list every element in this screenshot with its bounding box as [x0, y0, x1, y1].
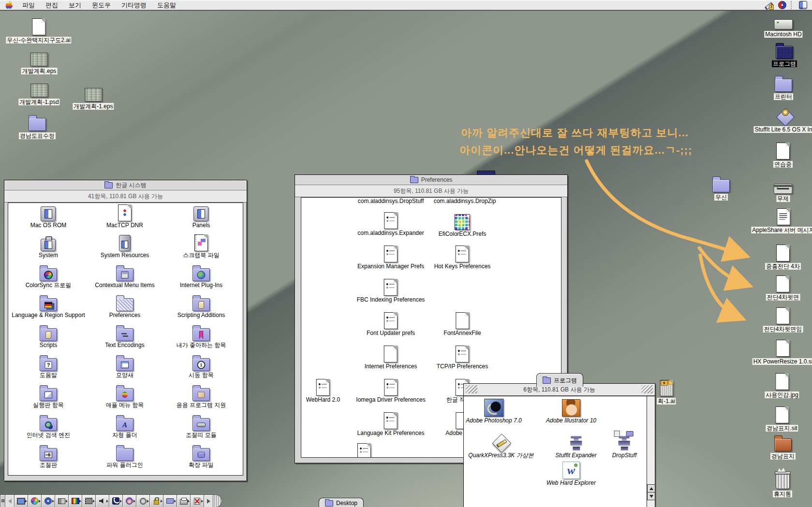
desktop-icon-flyer-back[interactable]: 전단4차뒷면 — [766, 275, 800, 301]
menu-help[interactable]: 도움말 — [152, 0, 181, 11]
desktop-icon-plan-eps[interactable]: 개발계획.eps — [21, 53, 58, 74]
control-strip-module[interactable] — [69, 494, 82, 507]
control-strip-module[interactable] — [55, 494, 69, 507]
file-item[interactable]: 실행판 항목 — [33, 383, 63, 413]
file-item[interactable]: 시동 항목 — [189, 353, 213, 383]
desktop-icon-printer-folder[interactable]: 프린터 — [774, 76, 793, 100]
file-item[interactable]: Mac OS ROM — [30, 203, 67, 233]
file-item[interactable]: Internet Preferences — [365, 344, 417, 370]
control-strip-module[interactable] — [42, 494, 55, 507]
menu-file[interactable]: 파일 — [17, 0, 40, 11]
desktop-icon-appleshare-message[interactable]: AppleShare 서버 메시지 — [751, 208, 812, 233]
control-strip-module[interactable] — [82, 494, 96, 507]
hangul-window-titlebar[interactable]: 한글 시스템 — [4, 180, 247, 190]
scroll-up-arrow[interactable] — [647, 484, 655, 493]
application-alias-item[interactable]: QuarkXPress3.3K 가상본 — [468, 433, 533, 459]
clock-app-icon[interactable] — [778, 1, 786, 9]
desktop-icon-hx-powerresize[interactable]: HX PowerResize 1.0.si — [753, 340, 812, 365]
file-item[interactable]: 확장 파일 — [189, 443, 213, 473]
file-item[interactable]: TCP/IP Preferences — [437, 344, 488, 370]
file-item[interactable]: WebHard 2.0 — [306, 377, 340, 403]
application-alias-item[interactable]: Stuffit Expander — [555, 433, 596, 459]
file-item[interactable]: Scripts — [40, 323, 58, 353]
file-item[interactable]: Font Updater prefs — [367, 311, 415, 336]
file-item[interactable]: Preferences — [109, 293, 141, 323]
file-item[interactable]: 애플 메뉴 항목 — [106, 383, 144, 413]
menu-edit[interactable]: 편집 — [40, 0, 63, 11]
control-strip-module[interactable] — [191, 494, 204, 507]
control-strip-handle[interactable] — [0, 494, 5, 507]
application-alias-item[interactable]: Adobe Photoshop 7.0 — [466, 398, 521, 424]
control-strip-module[interactable] — [15, 494, 28, 507]
file-item[interactable]: Expansion Manager Prefs — [357, 244, 424, 270]
desktop-icon-usin-ai[interactable]: 우신-수완택지지구도2.ai — [6, 18, 71, 43]
desktop-icon-gyeongnam-folder[interactable]: 경남도표수정 — [19, 115, 56, 139]
desktop-icon-plan-psd[interactable]: 개발계획-1.psd — [18, 84, 59, 105]
file-item[interactable]: 도움말 — [40, 353, 57, 383]
menu-view[interactable]: 보기 — [63, 0, 87, 11]
control-strip-module[interactable] — [123, 494, 136, 507]
desktop-icon-flyer-4[interactable]: 중흥전단 4차 — [765, 245, 801, 270]
file-item[interactable]: 응용 프로그램 지원 — [177, 383, 226, 413]
application-alias-item[interactable]: Adobe Illustrator 10 — [546, 398, 596, 424]
file-item[interactable]: FontAnnexFile — [443, 311, 481, 336]
file-item[interactable]: 조절띠 모듈 — [186, 413, 216, 443]
desktop-icon-cover-folder[interactable]: 경남표지 — [770, 435, 796, 460]
desktop-popup-tab[interactable]: Desktop — [319, 498, 364, 507]
file-item[interactable]: EfiColorECX.Prefs — [439, 212, 487, 237]
file-item[interactable]: 자형 폴더 — [112, 413, 137, 443]
control-strip-module[interactable] — [136, 494, 150, 507]
file-item[interactable]: MacTCP DNR — [106, 203, 143, 233]
file-item[interactable]: ColorSync 프로필 — [26, 263, 72, 293]
file-item[interactable]: Contextual Menu Items — [95, 263, 154, 293]
file-item[interactable]: 모양새 — [116, 353, 133, 383]
file-item[interactable]: 내가 좋아하는 항목 — [177, 323, 226, 353]
file-item[interactable]: Text Encodings — [105, 323, 144, 353]
scroll-down-arrow[interactable] — [647, 492, 655, 500]
file-item[interactable]: Iomega Driver Preferences — [356, 377, 425, 403]
menu-window[interactable]: 윈도우 — [87, 0, 116, 11]
desktop-icon-trash[interactable]: 휴지통 — [773, 468, 792, 497]
desktop-icon-flyer-back-2[interactable]: 전단4차뒷면임 — [763, 307, 803, 333]
file-item[interactable]: 인터넷 검색 엔진 — [27, 413, 71, 443]
desktop-icon-macintosh-hd[interactable]: Macintosh HD — [764, 15, 802, 38]
file-item[interactable] — [357, 442, 371, 458]
desktop-icon-cover-sit[interactable]: 경남표지.sit — [766, 406, 798, 432]
file-item[interactable]: System Resources — [101, 233, 149, 263]
control-strip-module[interactable] — [177, 494, 191, 507]
file-item[interactable]: System — [39, 233, 58, 263]
preferences-window-titlebar[interactable]: Preferences — [295, 175, 567, 185]
desktop-icon-stuffit-installer[interactable]: StuffIt Lite 6.5 OS X Ins — [753, 108, 812, 133]
input-method-pencil-icon[interactable] — [764, 1, 774, 9]
file-item[interactable]: 파워 플러그인 — [106, 443, 143, 473]
desktop-icon-program-folder[interactable]: 프로그램 — [772, 43, 797, 67]
control-strip-module[interactable] — [163, 494, 177, 507]
file-item[interactable]: Language Kit Preferences — [357, 411, 425, 436]
application-menu-finder-icon[interactable] — [799, 1, 807, 9]
vertical-scrollbar[interactable] — [647, 396, 655, 507]
program-window-tab[interactable]: 프로그램 — [536, 373, 583, 387]
file-item[interactable]: com.aladdinsys.Expander — [357, 211, 424, 236]
file-item[interactable]: Panels — [192, 203, 210, 233]
control-strip-scroll-left[interactable] — [5, 494, 15, 507]
application-alias-item[interactable]: DropStuff — [612, 433, 637, 459]
desktop-icon-seal-jpg[interactable]: 사용인감.jpg — [765, 373, 799, 398]
control-strip-module[interactable] — [96, 494, 109, 507]
control-strip-module[interactable] — [150, 494, 163, 507]
menu-special[interactable]: 기타명령 — [116, 0, 152, 11]
apple-menu[interactable] — [5, 1, 17, 9]
desktop-icon-practice[interactable]: 연습중 — [773, 143, 793, 168]
file-item[interactable]: Scripting Additions — [177, 293, 225, 323]
control-strip-module[interactable] — [109, 494, 123, 507]
desktop-icon-plan-ai-partial[interactable]: 획-1.ai — [657, 380, 676, 405]
file-item[interactable]: Internet Plug-Ins — [180, 263, 222, 293]
file-item[interactable]: 조절판 — [40, 443, 57, 473]
desktop-icon-plan1-eps[interactable]: 개발계획-1.eps — [73, 88, 114, 110]
application-alias-item[interactable]: Web Hard Explorer — [546, 461, 596, 486]
desktop-icon-untitled-disk[interactable]: 무제 — [774, 180, 793, 202]
file-item[interactable]: FBC Indexing Preferences — [357, 277, 425, 303]
file-item[interactable]: Hot Keys Preferences — [434, 244, 491, 270]
control-strip-scroll-right[interactable] — [204, 494, 213, 507]
file-item[interactable]: Language & Region Support — [12, 293, 85, 323]
control-strip-end-cap[interactable] — [213, 494, 222, 507]
